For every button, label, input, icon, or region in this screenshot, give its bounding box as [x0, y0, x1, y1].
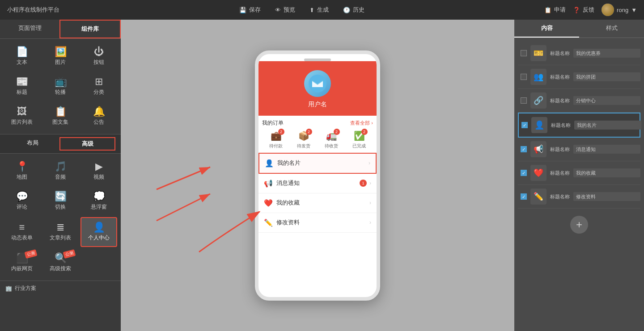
button-icon: ⏻ [94, 47, 104, 57]
preview-button[interactable]: 👁 预览 [275, 6, 295, 14]
menu-item-favorites[interactable]: ❤️ 我的收藏 › [258, 193, 377, 213]
distribution-input[interactable] [573, 96, 640, 105]
group-icon: 👥 [534, 72, 543, 82]
sidebar-item-title[interactable]: 📰 标题 [4, 72, 40, 101]
save-button[interactable]: 💾 保存 [239, 6, 261, 14]
history-icon: 🕐 [343, 7, 350, 13]
webpage-badge: 公测 [25, 249, 38, 259]
add-button[interactable]: + [570, 216, 588, 234]
group-input[interactable] [573, 72, 640, 81]
canvas-area: 用户名 我的订单 查看全部 › 💼 2 [121, 20, 514, 331]
menu-item-business-card[interactable]: 👤 我的名片 › [258, 153, 377, 174]
order-completed[interactable]: ✅ 2 已完成 [352, 130, 366, 149]
main-layout: 页面管理 组件库 📄 文本 🖼️ 图片 ⏻ 按钮 📰 标题 📺 [0, 20, 644, 331]
generate-button[interactable]: ⬆ 生成 [309, 6, 329, 14]
avatar-image [602, 4, 614, 16]
right-item-editprofile: ✓ ✏️ 标题名称 [518, 185, 640, 209]
order-pending-payment[interactable]: 💼 2 待付款 [269, 130, 283, 149]
orders-section: 我的订单 查看全部 › 💼 2 待付款 [258, 116, 377, 153]
popup-icon: 💭 [93, 192, 105, 201]
sidebar-item-webpage[interactable]: 公测 ⬛ 内嵌网页 [4, 249, 40, 277]
right-item-group: 👥 标题名称 [518, 65, 640, 89]
notice-icon: 🔔 [93, 107, 105, 117]
dynamiclist-icon: ≡ [19, 222, 25, 232]
sidebar-item-advancedsearch[interactable]: 公测 🔍 高级搜索 [42, 249, 79, 277]
checkbox-group[interactable] [521, 74, 527, 80]
pending-ship-badge: 2 [306, 129, 312, 135]
notification-badge: 1 [360, 180, 367, 187]
right-item-notification: ✓ 📢 标题名称 [518, 138, 640, 161]
favorites-input[interactable] [573, 168, 640, 177]
industry-icon: 🏢 [5, 285, 12, 292]
section-header: 布局 高级 [0, 134, 121, 154]
right-item-distribution: 🔗 标题名称 [518, 89, 640, 113]
basic-components-grid: 📄 文本 🖼️ 图片 ⏻ 按钮 📰 标题 📺 轮播 ⊞ 分类 [0, 39, 121, 134]
editprofile-input[interactable] [573, 192, 640, 201]
sidebar-item-notice[interactable]: 🔔 公告 [80, 102, 117, 130]
checkbox-editprofile[interactable]: ✓ [521, 193, 527, 200]
sidebar-item-video[interactable]: ▶ 视频 [80, 157, 117, 185]
sidebar-item-imageset[interactable]: 📋 图文集 [42, 102, 79, 130]
checkbox-favorites[interactable]: ✓ [521, 170, 527, 176]
sidebar-item-category[interactable]: ⊞ 分类 [80, 72, 117, 101]
advancedsearch-badge: 公测 [63, 249, 76, 259]
sidebar-item-button[interactable]: ⏻ 按钮 [80, 42, 117, 71]
tab-advanced[interactable]: 高级 [59, 137, 115, 151]
distribution-icon: 🔗 [534, 96, 543, 105]
completed-badge: 2 [361, 129, 368, 135]
checkbox-notification[interactable]: ✓ [521, 146, 527, 152]
coupon-input[interactable] [573, 49, 640, 58]
sidebar-item-comment[interactable]: 💬 评论 [4, 187, 40, 215]
notification-input[interactable] [573, 145, 640, 154]
distribution-icon-wrap: 🔗 [530, 92, 547, 109]
arrow-right-icon-3: › [369, 200, 371, 206]
sidebar-item-dynamiclist[interactable]: ≡ 动态表单 [4, 217, 40, 247]
sidebar-item-switch[interactable]: 🔄 切换 [42, 187, 79, 215]
industry-section: 🏢 行业方案 [0, 281, 121, 296]
view-all-link[interactable]: 查看全部 › [350, 120, 373, 126]
sidebar-item-imagelist[interactable]: 🖼 图片列表 [4, 102, 40, 130]
tab-pages[interactable]: 页面管理 [0, 20, 59, 38]
comment-icon: 💬 [16, 192, 28, 201]
tab-components[interactable]: 组件库 [59, 20, 121, 38]
notification-icon-wrap: 📢 [530, 141, 547, 157]
tab-content[interactable]: 内容 [514, 20, 579, 38]
tab-layout[interactable]: 布局 [5, 137, 59, 151]
save-icon: 💾 [239, 7, 246, 13]
order-pending-ship[interactable]: 📦 2 待发货 [297, 130, 310, 149]
sidebar-item-image[interactable]: 🖼️ 图片 [42, 42, 79, 71]
sidebar-item-carousel[interactable]: 📺 轮播 [42, 72, 79, 101]
checkbox-coupon[interactable] [521, 50, 527, 56]
apply-button[interactable]: 📋 申请 [544, 6, 566, 14]
arrow-right-icon: › [369, 160, 370, 166]
order-pending-receive[interactable]: 🚛 2 待收货 [325, 130, 338, 149]
tab-style[interactable]: 样式 [579, 20, 644, 38]
history-button[interactable]: 🕐 历史 [343, 6, 364, 14]
feedback-button[interactable]: ❓ 反馈 [573, 6, 594, 14]
checkbox-businesscard[interactable]: ✓ [521, 122, 528, 128]
carousel-icon: 📺 [55, 77, 67, 87]
businesscard-icon: 👤 [534, 120, 544, 130]
order-icon-wrap-3: 🚛 2 [326, 130, 337, 141]
text-icon: 📄 [16, 47, 28, 57]
businesscard-input[interactable] [574, 121, 641, 130]
sidebar-item-audio[interactable]: 🎵 音频 [42, 157, 79, 185]
sidebar-item-popup[interactable]: 💭 悬浮窗 [80, 187, 117, 215]
user-menu[interactable]: rong ▼ [602, 4, 637, 16]
sidebar-item-text[interactable]: 📄 文本 [4, 42, 40, 71]
coupon-icon: 🎫 [534, 48, 543, 58]
preview-icon: 👁 [275, 7, 281, 13]
sidebar-item-map[interactable]: 📍 地图 [4, 157, 40, 185]
sidebar-item-articlelist[interactable]: ≣ 文章列表 [42, 217, 79, 247]
phone-avatar [304, 70, 331, 97]
sidebar-item-usercenter[interactable]: 👤 个人中心 [80, 217, 117, 247]
arrow-right-icon-2: › [369, 180, 371, 186]
chevron-down-icon: ▼ [631, 7, 637, 13]
checkbox-distribution[interactable] [521, 97, 527, 104]
menu-item-edit-profile[interactable]: ✏️ 修改资料 › [258, 213, 377, 233]
pending-payment-badge: 2 [278, 129, 284, 135]
favorites-right-icon: ❤️ [534, 168, 543, 178]
right-item-favorites: ✓ ❤️ 标题名称 [518, 161, 640, 185]
coupon-icon-wrap: 🎫 [530, 45, 547, 61]
menu-item-notification[interactable]: 📢 消息通知 1 › [258, 174, 377, 193]
